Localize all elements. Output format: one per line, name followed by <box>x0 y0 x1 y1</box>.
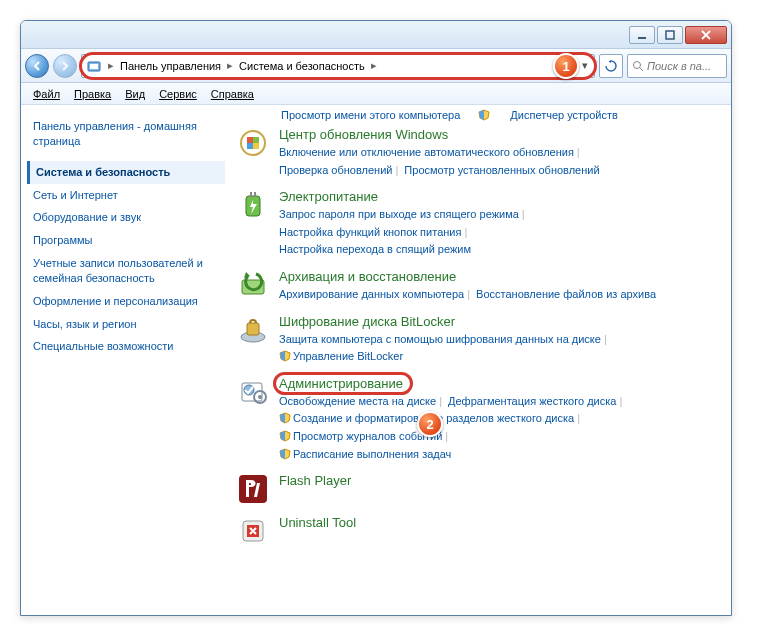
sidebar-link[interactable]: Сеть и Интернет <box>27 184 225 207</box>
shield-icon <box>279 412 291 424</box>
category-administration: Администрирование Освобождение места на … <box>237 376 725 463</box>
control-panel-icon <box>86 58 102 74</box>
navbar: ▸ Панель управления ▸ Система и безопасн… <box>21 49 731 83</box>
refresh-button[interactable] <box>599 54 623 78</box>
category-title[interactable]: Архивация и восстановление <box>279 269 456 284</box>
category-windows-update: Центр обновления Windows Включение или о… <box>237 127 725 179</box>
menubar: Файл Правка Вид Сервис Справка <box>21 83 731 105</box>
backup-icon <box>237 269 269 301</box>
search-placeholder: Поиск в па... <box>647 60 711 72</box>
sublink[interactable]: Просмотр установленных обновлений <box>404 164 599 176</box>
svg-rect-3 <box>90 64 98 69</box>
sublink[interactable]: Восстановление файлов из архива <box>476 288 656 300</box>
shield-icon <box>279 448 291 460</box>
svg-point-4 <box>634 61 641 68</box>
shield-icon <box>279 350 291 362</box>
power-icon <box>237 189 269 221</box>
sidebar-link[interactable]: Оформление и персонализация <box>27 290 225 313</box>
body: Панель управления - домашняя страница Си… <box>21 105 731 615</box>
sidebar-link[interactable]: Программы <box>27 229 225 252</box>
close-button[interactable] <box>685 26 727 44</box>
shield-icon <box>478 109 490 121</box>
category-power: Электропитание Запрос пароля при выходе … <box>237 189 725 259</box>
category-title-administration[interactable]: Администрирование <box>279 376 403 391</box>
category-title[interactable]: Центр обновления Windows <box>279 127 448 142</box>
sublink[interactable]: Архивирование данных компьютера <box>279 288 464 300</box>
menu-tools[interactable]: Сервис <box>153 86 203 102</box>
search-input[interactable]: Поиск в па... <box>627 54 727 78</box>
sidebar-link[interactable]: Часы, язык и регион <box>27 313 225 336</box>
sublink[interactable]: Освобождение места на диске <box>279 395 436 407</box>
sidebar-link[interactable]: Оборудование и звук <box>27 206 225 229</box>
category-title[interactable]: Шифрование диска BitLocker <box>279 314 455 329</box>
sublink[interactable]: Запрос пароля при выходе из спящего режи… <box>279 208 519 220</box>
sublink[interactable]: Управление BitLocker <box>293 350 403 362</box>
control-panel-window: ▸ Панель управления ▸ Система и безопасн… <box>20 20 732 616</box>
shield-icon <box>279 430 291 442</box>
svg-rect-10 <box>253 143 259 149</box>
sidebar-current[interactable]: Система и безопасность <box>27 161 225 184</box>
minimize-button[interactable] <box>629 26 655 44</box>
sublink[interactable]: Дефрагментация жесткого диска <box>448 395 616 407</box>
maximize-button[interactable] <box>657 26 683 44</box>
svg-rect-21 <box>239 475 267 503</box>
category-backup: Архивация и восстановление Архивирование… <box>237 269 725 304</box>
menu-view[interactable]: Вид <box>119 86 151 102</box>
admin-icon <box>237 376 269 408</box>
sublink[interactable]: Настройка перехода в спящий режим <box>279 243 471 255</box>
uninstall-icon <box>237 515 269 547</box>
sidebar-link[interactable]: Учетные записи пользователей и семейная … <box>27 252 225 290</box>
breadcrumb-system-security[interactable]: Система и безопасность <box>235 60 369 72</box>
link-device-manager[interactable]: Диспетчер устройств <box>510 109 618 121</box>
breadcrumb-control-panel[interactable]: Панель управления <box>116 60 225 72</box>
breadcrumb-sep: ▸ <box>106 59 116 72</box>
breadcrumb-sep: ▸ <box>369 59 379 72</box>
svg-rect-7 <box>247 137 253 143</box>
menu-file[interactable]: Файл <box>27 86 66 102</box>
svg-rect-9 <box>247 143 253 149</box>
category-title[interactable]: Электропитание <box>279 189 378 204</box>
menu-edit[interactable]: Правка <box>68 86 117 102</box>
link-computer-name[interactable]: Просмотр имени этого компьютера <box>281 109 460 121</box>
annotation-marker-2: 2 <box>417 411 443 437</box>
svg-rect-0 <box>638 37 646 39</box>
menu-help[interactable]: Справка <box>205 86 260 102</box>
sublink[interactable]: Защита компьютера с помощью шифрования д… <box>279 333 601 345</box>
svg-point-20 <box>258 395 262 399</box>
category-title[interactable]: Uninstall Tool <box>279 515 356 530</box>
addressbar[interactable]: ▸ Панель управления ▸ Система и безопасн… <box>81 54 595 78</box>
svg-rect-13 <box>254 192 256 197</box>
svg-line-5 <box>640 68 643 71</box>
windows-update-icon <box>237 127 269 159</box>
svg-rect-12 <box>250 192 252 197</box>
breadcrumb-sep: ▸ <box>225 59 235 72</box>
sidebar-link[interactable]: Специальные возможности <box>27 335 225 358</box>
main-panel: Просмотр имени этого компьютера Диспетче… <box>231 105 731 615</box>
category-flash: Flash Player <box>237 473 725 505</box>
sidebar-home[interactable]: Панель управления - домашняя страница <box>27 115 225 153</box>
titlebar <box>21 21 731 49</box>
category-title[interactable]: Flash Player <box>279 473 351 488</box>
sublink[interactable]: Проверка обновлений <box>279 164 392 176</box>
category-uninstall: Uninstall Tool <box>237 515 725 547</box>
annotation-marker-1: 1 <box>553 53 579 79</box>
sublink[interactable]: Включение или отключение автоматического… <box>279 146 574 158</box>
back-button[interactable] <box>25 54 49 78</box>
bitlocker-icon <box>237 314 269 346</box>
sidebar: Панель управления - домашняя страница Си… <box>21 105 231 615</box>
svg-rect-16 <box>247 323 259 335</box>
search-icon <box>632 60 644 72</box>
sublink[interactable]: Расписание выполнения задач <box>293 448 451 460</box>
svg-rect-8 <box>253 137 259 143</box>
top-links: Просмотр имени этого компьютера Диспетче… <box>237 109 725 121</box>
svg-rect-1 <box>666 31 674 39</box>
forward-button[interactable] <box>53 54 77 78</box>
sublink[interactable]: Настройка функций кнопок питания <box>279 226 461 238</box>
category-bitlocker: Шифрование диска BitLocker Защита компью… <box>237 314 725 366</box>
flash-icon <box>237 473 269 505</box>
